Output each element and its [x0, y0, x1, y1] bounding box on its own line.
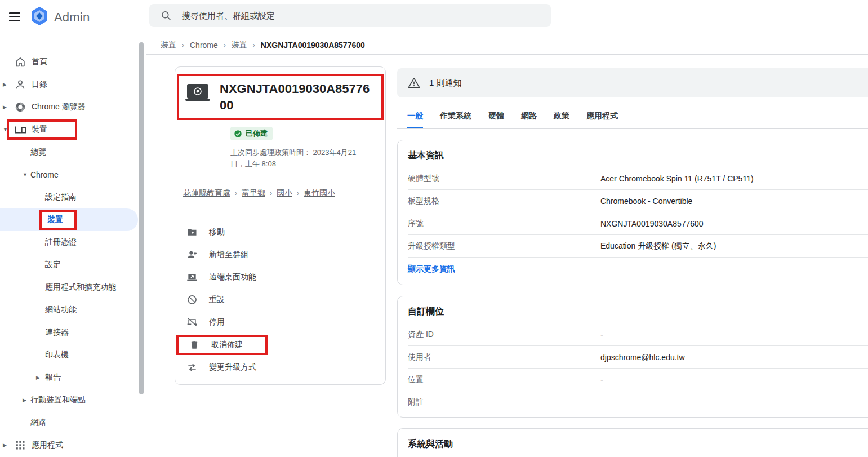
device-detail-panel: 1 則通知 一般 作業系統 硬體 網路 政策 應用程式 基本資訊 硬體型號 A — [397, 66, 868, 457]
sidebar-item-apps-extensions[interactable]: 應用程式和擴充功能 — [0, 276, 140, 299]
chromebook-icon — [185, 83, 211, 105]
chevron-right-icon: ▶ — [23, 397, 26, 403]
sidebar-scrollbar[interactable] — [139, 42, 144, 394]
breadcrumb-devices-sub[interactable]: 裝置 — [232, 40, 247, 50]
device-summary-card: NXGNJTA0019030A8577600 已佈建 上次同步處理政策時間： 2… — [175, 66, 386, 385]
chevron-right-icon: ▶ — [3, 104, 7, 110]
sidebar-item-home[interactable]: 首頁 — [0, 51, 140, 73]
sidebar-item-mobile-endpoints[interactable]: ▶ 行動裝置和端點 — [0, 389, 140, 411]
tab-hardware[interactable]: 硬體 — [488, 111, 504, 128]
org-unit-path: 花蓮縣教育處 › 富里鄉 › 國小 › 東竹國小 — [182, 179, 379, 207]
tab-bar: 一般 作業系統 硬體 網路 政策 應用程式 — [397, 111, 868, 128]
org-link[interactable]: 花蓮縣教育處 — [183, 188, 230, 198]
breadcrumb-separator: › — [224, 41, 226, 49]
info-row-upgrade-type: 升級授權類型 Education 升級授權 (獨立、永久) — [408, 235, 868, 258]
info-row-serial-number: 序號 NXGNJTA0019030A8577600 — [408, 212, 868, 235]
system-activity-card: 系統與活動 — [397, 428, 868, 457]
main-content: 裝置 › Chrome › 裝置 › NXGNJTA0019030A857760… — [146, 32, 868, 457]
notification-count: 1 則通知 — [429, 78, 462, 88]
annotation-box-devices: 裝置 — [7, 119, 77, 140]
show-more-link[interactable]: 顯示更多資訊 — [408, 258, 868, 281]
info-row-hardware-model: 硬體型號 Acer Chromebook Spin 11 (R751T / CP… — [408, 167, 868, 190]
org-link[interactable]: 東竹國小 — [304, 188, 335, 198]
product-title: Admin — [54, 10, 90, 25]
sidebar-item-apps[interactable]: ▶ 應用程式 — [0, 434, 140, 456]
search-input[interactable] — [182, 11, 520, 20]
action-deprovision[interactable]: 取消佈建 — [182, 334, 379, 356]
custom-fields-card: 自訂欄位 資產 ID - 使用者 djpschrome@hlc.edu.tw 位… — [397, 296, 868, 418]
info-row-notes: 附註 — [408, 391, 868, 414]
chevron-right-icon: ▶ — [3, 82, 7, 87]
search-icon — [161, 10, 172, 21]
trash-icon — [188, 339, 201, 350]
swap-arrows-icon — [185, 362, 199, 373]
sidebar-item-networks[interactable]: 網路 — [0, 411, 140, 434]
tab-apps[interactable]: 應用程式 — [586, 111, 618, 128]
org-link[interactable]: 富里鄉 — [242, 188, 265, 198]
tab-policy[interactable]: 政策 — [554, 111, 569, 128]
sidebar-item-overview[interactable]: 總覽 — [0, 141, 140, 163]
sidebar-item-directory[interactable]: ▶ 目錄 — [0, 73, 140, 96]
top-bar: Admin — [0, 0, 868, 32]
sidebar-item-devices[interactable]: ▼ 裝置 — [0, 118, 140, 141]
action-disable[interactable]: 停用 — [182, 311, 379, 334]
section-title-system-activity: 系統與活動 — [408, 429, 868, 456]
sidebar: 首頁 ▶ 目錄 ▶ Chrome 瀏覽器 ▼ 裝置 總覽 ▼ Chrome 設定… — [0, 32, 140, 457]
breadcrumb-devices[interactable]: 裝置 — [161, 40, 176, 50]
device-serial-title: NXGNJTA0019030A8577600 — [220, 81, 372, 113]
check-circle-icon — [234, 130, 242, 138]
tab-os[interactable]: 作業系統 — [440, 111, 471, 128]
remote-desktop-icon — [185, 272, 199, 283]
admin-logo-icon — [30, 6, 48, 28]
breadcrumb-separator: › — [182, 41, 184, 49]
annotation-box-devices-sub: 裝置 — [39, 210, 77, 230]
menu-icon[interactable] — [8, 10, 21, 21]
info-row-form-factor: 板型規格 Chromebook - Convertible — [408, 190, 868, 212]
person-icon — [14, 78, 27, 91]
device-actions: 移動 新增至群組 遠端桌面功能 重設 — [182, 216, 379, 379]
sidebar-item-setup-guide[interactable]: 設定指南 — [0, 186, 140, 208]
action-reset[interactable]: 重設 — [182, 289, 379, 311]
action-change-upgrade[interactable]: 變更升級方式 — [182, 356, 379, 379]
sidebar-item-devices-sub[interactable]: 裝置 — [0, 208, 140, 231]
move-folder-icon — [185, 227, 199, 238]
sidebar-item-chrome-browser[interactable]: ▶ Chrome 瀏覽器 — [0, 96, 140, 118]
notification-banner[interactable]: 1 則通知 — [397, 68, 868, 97]
person-add-icon — [185, 249, 199, 260]
section-title-custom-fields: 自訂欄位 — [408, 296, 868, 323]
tab-network[interactable]: 網路 — [521, 111, 537, 128]
annotation-box-device-title: NXGNJTA0019030A8577600 — [177, 74, 384, 120]
breadcrumb-chrome[interactable]: Chrome — [190, 41, 218, 50]
breadcrumb: 裝置 › Chrome › 裝置 › NXGNJTA0019030A857760… — [146, 32, 868, 52]
status-badge: 已佈建 — [230, 127, 273, 140]
sidebar-item-site-features[interactable]: 網站功能 — [0, 299, 140, 321]
chevron-down-icon: ▼ — [23, 172, 28, 178]
annotation-box-deprovision: 取消佈建 — [176, 335, 268, 355]
chevron-right-icon: ▶ — [36, 375, 40, 380]
action-remote-desktop[interactable]: 遠端桌面功能 — [182, 266, 379, 289]
devices-icon — [14, 123, 27, 136]
brand[interactable]: Admin — [30, 6, 90, 28]
laptop-off-icon — [185, 317, 199, 328]
info-row-location: 位置 - — [408, 369, 868, 391]
warning-icon — [408, 77, 420, 88]
action-add-to-group[interactable]: 新增至群組 — [182, 243, 379, 266]
sidebar-item-settings[interactable]: 設定 — [0, 254, 140, 276]
sidebar-item-chrome[interactable]: ▼ Chrome — [0, 163, 140, 186]
tab-general[interactable]: 一般 — [407, 111, 423, 128]
sidebar-item-enrollment-certs[interactable]: 註冊憑證 — [0, 231, 140, 254]
breadcrumb-current-serial: NXGNJTA0019030A8577600 — [261, 41, 365, 50]
home-icon — [14, 55, 27, 69]
sidebar-item-connectors[interactable]: 連接器 — [0, 321, 140, 344]
chevron-right-icon: ▶ — [3, 442, 7, 448]
action-move[interactable]: 移動 — [182, 221, 379, 243]
org-link[interactable]: 國小 — [277, 188, 292, 198]
admin-console-page: Admin 首頁 ▶ 目錄 ▶ Chrome 瀏覽器 ▼ 裝置 — [0, 0, 868, 457]
search-bar[interactable] — [149, 4, 551, 27]
sidebar-item-reports[interactable]: ▶ 報告 — [0, 366, 140, 389]
sidebar-item-printers[interactable]: 印表機 — [0, 344, 140, 366]
last-sync-text: 上次同步處理政策時間： 2023年4月21日，上午 8:08 — [230, 147, 367, 170]
apps-grid-icon — [14, 438, 27, 452]
divider — [397, 128, 868, 129]
block-icon — [185, 294, 199, 305]
